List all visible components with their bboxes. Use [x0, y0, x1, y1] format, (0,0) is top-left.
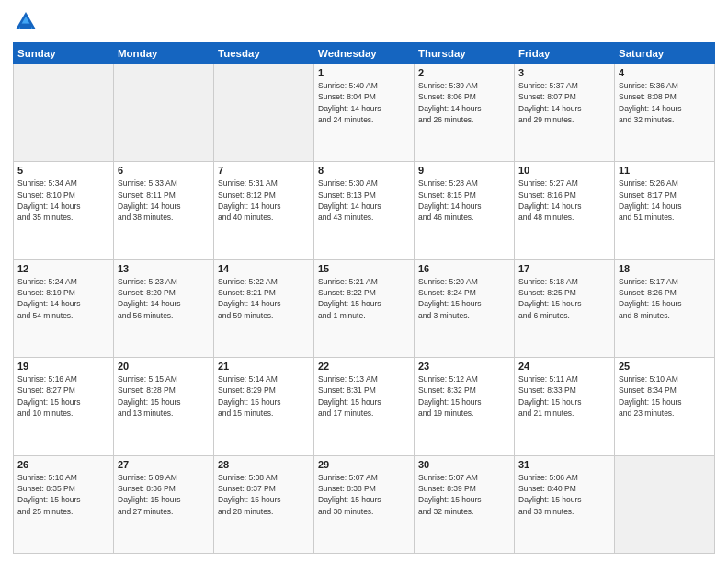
calendar-cell: 17Sunrise: 5:18 AM Sunset: 8:25 PM Dayli… — [515, 259, 615, 357]
calendar-cell: 16Sunrise: 5:20 AM Sunset: 8:24 PM Dayli… — [415, 259, 515, 357]
day-number: 2 — [418, 67, 510, 78]
day-info: Sunrise: 5:27 AM Sunset: 8:16 PM Dayligh… — [518, 178, 610, 223]
day-info: Sunrise: 5:14 AM Sunset: 8:29 PM Dayligh… — [218, 373, 310, 419]
calendar-header-row: SundayMondayTuesdayWednesdayThursdayFrid… — [14, 43, 715, 64]
calendar-cell: 9Sunrise: 5:28 AM Sunset: 8:15 PM Daylig… — [415, 162, 515, 259]
day-number: 4 — [619, 67, 711, 78]
day-number: 6 — [118, 165, 210, 176]
calendar-week-row: 1Sunrise: 5:40 AM Sunset: 8:04 PM Daylig… — [14, 64, 715, 162]
calendar-cell: 18Sunrise: 5:17 AM Sunset: 8:26 PM Dayli… — [615, 259, 715, 357]
weekday-header-monday: Monday — [114, 43, 214, 64]
day-info: Sunrise: 5:30 AM Sunset: 8:13 PM Dayligh… — [318, 178, 410, 223]
logo — [13, 9, 42, 35]
calendar-cell: 5Sunrise: 5:34 AM Sunset: 8:10 PM Daylig… — [14, 162, 114, 259]
calendar-cell: 25Sunrise: 5:10 AM Sunset: 8:34 PM Dayli… — [615, 358, 715, 455]
weekday-header-tuesday: Tuesday — [214, 43, 314, 64]
day-number: 20 — [118, 361, 210, 372]
calendar-cell: 26Sunrise: 5:10 AM Sunset: 8:35 PM Dayli… — [14, 455, 114, 553]
calendar-cell: 11Sunrise: 5:26 AM Sunset: 8:17 PM Dayli… — [615, 162, 715, 259]
day-info: Sunrise: 5:22 AM Sunset: 8:21 PM Dayligh… — [218, 276, 310, 321]
weekday-header-friday: Friday — [515, 43, 615, 64]
calendar-cell — [214, 64, 314, 162]
day-info: Sunrise: 5:34 AM Sunset: 8:10 PM Dayligh… — [17, 178, 109, 223]
calendar-cell: 2Sunrise: 5:39 AM Sunset: 8:06 PM Daylig… — [415, 64, 515, 162]
header — [13, 9, 715, 35]
day-number: 29 — [318, 459, 410, 470]
calendar-cell: 29Sunrise: 5:07 AM Sunset: 8:38 PM Dayli… — [314, 455, 415, 553]
day-number: 10 — [518, 165, 610, 176]
calendar-week-row: 12Sunrise: 5:24 AM Sunset: 8:19 PM Dayli… — [14, 259, 715, 357]
day-number: 18 — [619, 263, 711, 274]
day-info: Sunrise: 5:40 AM Sunset: 8:04 PM Dayligh… — [318, 80, 410, 125]
day-number: 16 — [418, 263, 510, 274]
generalblue-logo-icon — [13, 9, 39, 35]
calendar-cell: 3Sunrise: 5:37 AM Sunset: 8:07 PM Daylig… — [515, 64, 615, 162]
calendar-cell: 6Sunrise: 5:33 AM Sunset: 8:11 PM Daylig… — [114, 162, 214, 259]
day-info: Sunrise: 5:33 AM Sunset: 8:11 PM Dayligh… — [118, 178, 210, 223]
calendar-cell: 15Sunrise: 5:21 AM Sunset: 8:22 PM Dayli… — [314, 259, 415, 357]
calendar-week-row: 5Sunrise: 5:34 AM Sunset: 8:10 PM Daylig… — [14, 162, 715, 259]
calendar-cell: 14Sunrise: 5:22 AM Sunset: 8:21 PM Dayli… — [214, 259, 314, 357]
page: SundayMondayTuesdayWednesdayThursdayFrid… — [0, 0, 728, 563]
calendar-cell: 4Sunrise: 5:36 AM Sunset: 8:08 PM Daylig… — [615, 64, 715, 162]
calendar-cell — [14, 64, 114, 162]
day-number: 9 — [418, 165, 510, 176]
day-info: Sunrise: 5:13 AM Sunset: 8:31 PM Dayligh… — [318, 373, 410, 419]
day-info: Sunrise: 5:28 AM Sunset: 8:15 PM Dayligh… — [418, 178, 510, 223]
day-number: 7 — [218, 165, 310, 176]
weekday-header-wednesday: Wednesday — [314, 43, 415, 64]
day-number: 12 — [17, 263, 109, 274]
day-number: 26 — [17, 459, 109, 470]
calendar-cell: 7Sunrise: 5:31 AM Sunset: 8:12 PM Daylig… — [214, 162, 314, 259]
day-number: 17 — [518, 263, 610, 274]
day-number: 13 — [118, 263, 210, 274]
calendar-cell — [615, 455, 715, 553]
calendar-cell: 13Sunrise: 5:23 AM Sunset: 8:20 PM Dayli… — [114, 259, 214, 357]
weekday-header-saturday: Saturday — [615, 43, 715, 64]
calendar-cell: 24Sunrise: 5:11 AM Sunset: 8:33 PM Dayli… — [515, 358, 615, 455]
weekday-header-sunday: Sunday — [14, 43, 114, 64]
day-number: 27 — [118, 459, 210, 470]
calendar-cell: 8Sunrise: 5:30 AM Sunset: 8:13 PM Daylig… — [314, 162, 415, 259]
calendar-cell: 20Sunrise: 5:15 AM Sunset: 8:28 PM Dayli… — [114, 358, 214, 455]
day-info: Sunrise: 5:06 AM Sunset: 8:40 PM Dayligh… — [518, 472, 610, 517]
calendar-cell: 31Sunrise: 5:06 AM Sunset: 8:40 PM Dayli… — [515, 455, 615, 553]
day-info: Sunrise: 5:09 AM Sunset: 8:36 PM Dayligh… — [118, 472, 210, 517]
day-info: Sunrise: 5:07 AM Sunset: 8:39 PM Dayligh… — [418, 472, 510, 517]
day-info: Sunrise: 5:37 AM Sunset: 8:07 PM Dayligh… — [518, 80, 610, 125]
day-info: Sunrise: 5:36 AM Sunset: 8:08 PM Dayligh… — [619, 80, 711, 125]
day-info: Sunrise: 5:15 AM Sunset: 8:28 PM Dayligh… — [118, 373, 210, 419]
day-info: Sunrise: 5:08 AM Sunset: 8:37 PM Dayligh… — [218, 472, 310, 517]
calendar-cell: 19Sunrise: 5:16 AM Sunset: 8:27 PM Dayli… — [14, 358, 114, 455]
calendar-week-row: 26Sunrise: 5:10 AM Sunset: 8:35 PM Dayli… — [14, 455, 715, 553]
calendar-cell: 12Sunrise: 5:24 AM Sunset: 8:19 PM Dayli… — [14, 259, 114, 357]
calendar-table: SundayMondayTuesdayWednesdayThursdayFrid… — [13, 42, 715, 554]
day-number: 5 — [17, 165, 109, 176]
calendar-cell: 27Sunrise: 5:09 AM Sunset: 8:36 PM Dayli… — [114, 455, 214, 553]
day-number: 25 — [619, 361, 711, 372]
day-number: 28 — [218, 459, 310, 470]
day-info: Sunrise: 5:39 AM Sunset: 8:06 PM Dayligh… — [418, 80, 510, 125]
calendar-cell: 1Sunrise: 5:40 AM Sunset: 8:04 PM Daylig… — [314, 64, 415, 162]
day-number: 30 — [418, 459, 510, 470]
day-info: Sunrise: 5:10 AM Sunset: 8:34 PM Dayligh… — [619, 373, 711, 419]
calendar-cell: 21Sunrise: 5:14 AM Sunset: 8:29 PM Dayli… — [214, 358, 314, 455]
calendar-cell — [114, 64, 214, 162]
day-info: Sunrise: 5:17 AM Sunset: 8:26 PM Dayligh… — [619, 276, 711, 321]
day-info: Sunrise: 5:23 AM Sunset: 8:20 PM Dayligh… — [118, 276, 210, 321]
calendar-cell: 30Sunrise: 5:07 AM Sunset: 8:39 PM Dayli… — [415, 455, 515, 553]
calendar-week-row: 19Sunrise: 5:16 AM Sunset: 8:27 PM Dayli… — [14, 358, 715, 455]
svg-rect-2 — [20, 24, 31, 29]
day-number: 24 — [518, 361, 610, 372]
day-info: Sunrise: 5:18 AM Sunset: 8:25 PM Dayligh… — [518, 276, 610, 321]
calendar-cell: 23Sunrise: 5:12 AM Sunset: 8:32 PM Dayli… — [415, 358, 515, 455]
day-number: 23 — [418, 361, 510, 372]
calendar-cell: 22Sunrise: 5:13 AM Sunset: 8:31 PM Dayli… — [314, 358, 415, 455]
day-number: 31 — [518, 459, 610, 470]
weekday-header-thursday: Thursday — [415, 43, 515, 64]
day-info: Sunrise: 5:21 AM Sunset: 8:22 PM Dayligh… — [318, 276, 410, 321]
calendar-cell: 28Sunrise: 5:08 AM Sunset: 8:37 PM Dayli… — [214, 455, 314, 553]
day-number: 3 — [518, 67, 610, 78]
day-info: Sunrise: 5:20 AM Sunset: 8:24 PM Dayligh… — [418, 276, 510, 321]
day-number: 1 — [318, 67, 410, 78]
